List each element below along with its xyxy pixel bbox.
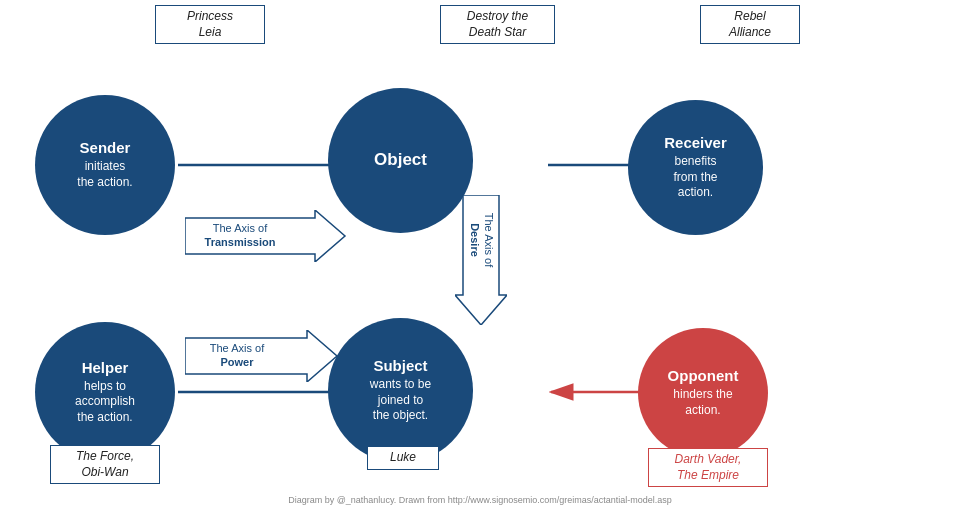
opponent-desc: hinders theaction. [673,387,732,418]
axis-transmission-label: The Axis of Transmission [185,210,350,266]
helper-node: Helper helps toaccomplishthe action. [35,322,175,462]
subject-title: Subject [373,357,427,375]
opponent-title: Opponent [668,367,739,385]
axis-power-arrow: The Axis of Power [185,330,340,382]
receiver-title: Receiver [664,134,727,152]
sender-desc: initiatesthe action. [77,159,132,190]
footer-text: Diagram by @_nathanlucy. Drawn from http… [288,495,672,505]
sender-label-box: PrincessLeia [155,5,265,44]
subject-node: Subject wants to bejoined tothe object. [328,318,473,463]
helper-label-box: The Force,Obi-Wan [50,445,160,484]
object-label-box: Destroy theDeath Star [440,5,555,44]
axis-transmission-arrow: The Axis of Transmission [185,210,350,262]
axis-desire-arrow: The Axis of Desire [455,195,507,325]
axis-power-label: The Axis of Power [185,330,340,386]
receiver-desc: benefitsfrom theaction. [673,154,717,201]
sender-label: PrincessLeia [187,9,233,39]
opponent-label-box: Darth Vader,The Empire [648,448,768,487]
opponent-node: Opponent hinders theaction. [638,328,768,458]
helper-title: Helper [82,359,129,377]
svg-text:The Axis of: The Axis of [483,213,495,268]
helper-label: The Force,Obi-Wan [76,449,134,479]
receiver-label: RebelAlliance [729,9,771,39]
receiver-node: Receiver benefitsfrom theaction. [628,100,763,235]
object-title: Object [374,150,427,170]
svg-text:Desire: Desire [469,223,481,257]
subject-label: Luke [390,450,416,464]
svg-text:The Axis of: The Axis of [210,342,265,354]
svg-marker-11 [185,330,337,382]
svg-text:The Axis of: The Axis of [213,222,268,234]
sender-title: Sender [80,139,131,157]
svg-text:Power: Power [220,356,254,368]
sender-node: Sender initiatesthe action. [35,95,175,235]
svg-text:Transmission: Transmission [205,236,276,248]
svg-marker-14 [455,195,507,325]
receiver-label-box: RebelAlliance [700,5,800,44]
helper-desc: helps toaccomplishthe action. [75,379,135,426]
diagram-container: Sender initiatesthe action. PrincessLeia… [0,0,960,513]
opponent-label: Darth Vader,The Empire [675,452,742,482]
object-label: Destroy theDeath Star [467,9,528,39]
axis-desire-label: The Axis of Desire [451,195,507,325]
subject-label-box: Luke [367,446,439,470]
subject-desc: wants to bejoined tothe object. [370,377,431,424]
